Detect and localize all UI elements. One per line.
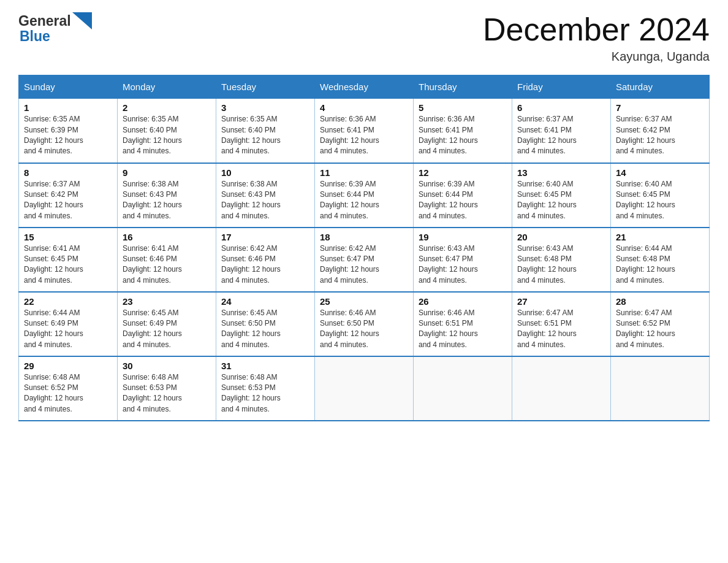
day-info: Sunrise: 6:36 AMSunset: 6:41 PMDaylight:…: [419, 114, 507, 157]
day-number: 7: [616, 102, 704, 113]
day-number: 14: [616, 167, 704, 178]
col-saturday: Saturday: [611, 75, 710, 99]
table-row: 10Sunrise: 6:38 AMSunset: 6:43 PMDayligh…: [216, 163, 315, 228]
day-number: 27: [517, 296, 605, 307]
day-number: 3: [221, 102, 309, 113]
table-row: 19Sunrise: 6:43 AMSunset: 6:47 PMDayligh…: [414, 228, 512, 292]
col-tuesday: Tuesday: [216, 75, 315, 99]
day-info: Sunrise: 6:44 AMSunset: 6:48 PMDaylight:…: [616, 243, 704, 286]
day-info: Sunrise: 6:48 AMSunset: 6:52 PMDaylight:…: [24, 372, 112, 415]
col-monday: Monday: [118, 75, 216, 99]
calendar-week-row: 1Sunrise: 6:35 AMSunset: 6:39 PMDaylight…: [19, 99, 710, 163]
table-row: 12Sunrise: 6:39 AMSunset: 6:44 PMDayligh…: [414, 163, 512, 228]
table-row: 14Sunrise: 6:40 AMSunset: 6:45 PMDayligh…: [611, 163, 710, 228]
day-number: 2: [123, 102, 211, 113]
day-info: Sunrise: 6:45 AMSunset: 6:50 PMDaylight:…: [221, 308, 309, 351]
table-row: 21Sunrise: 6:44 AMSunset: 6:48 PMDayligh…: [611, 228, 710, 292]
day-info: Sunrise: 6:42 AMSunset: 6:47 PMDaylight:…: [320, 243, 408, 286]
day-info: Sunrise: 6:37 AMSunset: 6:42 PMDaylight:…: [616, 114, 704, 157]
table-row: 13Sunrise: 6:40 AMSunset: 6:45 PMDayligh…: [512, 163, 611, 228]
table-row: 23Sunrise: 6:45 AMSunset: 6:49 PMDayligh…: [118, 292, 216, 356]
day-info: Sunrise: 6:44 AMSunset: 6:49 PMDaylight:…: [24, 308, 112, 351]
day-number: 12: [419, 167, 507, 178]
table-row: 2Sunrise: 6:35 AMSunset: 6:40 PMDaylight…: [118, 99, 216, 163]
day-number: 1: [24, 102, 112, 113]
day-number: 24: [221, 296, 309, 307]
title-area: December 2024 Kayunga, Uganda: [483, 12, 710, 64]
day-info: Sunrise: 6:47 AMSunset: 6:51 PMDaylight:…: [517, 308, 605, 351]
table-row: 30Sunrise: 6:48 AMSunset: 6:53 PMDayligh…: [118, 356, 216, 421]
day-info: Sunrise: 6:48 AMSunset: 6:53 PMDaylight:…: [123, 372, 211, 415]
table-row: 20Sunrise: 6:43 AMSunset: 6:48 PMDayligh…: [512, 228, 611, 292]
day-info: Sunrise: 6:38 AMSunset: 6:43 PMDaylight:…: [221, 179, 309, 222]
table-row: 3Sunrise: 6:35 AMSunset: 6:40 PMDaylight…: [216, 99, 315, 163]
day-info: Sunrise: 6:38 AMSunset: 6:43 PMDaylight:…: [123, 179, 211, 222]
day-number: 11: [320, 167, 408, 178]
day-number: 9: [123, 167, 211, 178]
logo-blue-text: Blue: [20, 28, 50, 44]
day-info: Sunrise: 6:35 AMSunset: 6:39 PMDaylight:…: [24, 114, 112, 157]
page-header: General Blue December 2024 Kayunga, Ugan…: [18, 12, 710, 64]
day-number: 5: [419, 102, 507, 113]
calendar-week-row: 15Sunrise: 6:41 AMSunset: 6:45 PMDayligh…: [19, 228, 710, 292]
table-row: [315, 356, 414, 421]
day-info: Sunrise: 6:43 AMSunset: 6:47 PMDaylight:…: [419, 243, 507, 286]
day-number: 29: [24, 361, 112, 371]
day-info: Sunrise: 6:47 AMSunset: 6:52 PMDaylight:…: [616, 308, 704, 351]
calendar-table: Sunday Monday Tuesday Wednesday Thursday…: [18, 75, 710, 421]
day-info: Sunrise: 6:42 AMSunset: 6:46 PMDaylight:…: [221, 243, 309, 286]
day-number: 8: [24, 167, 112, 178]
table-row: 4Sunrise: 6:36 AMSunset: 6:41 PMDaylight…: [315, 99, 414, 163]
day-number: 31: [221, 361, 309, 371]
day-info: Sunrise: 6:37 AMSunset: 6:41 PMDaylight:…: [517, 114, 605, 157]
table-row: 7Sunrise: 6:37 AMSunset: 6:42 PMDaylight…: [611, 99, 710, 163]
location-label: Kayunga, Uganda: [483, 50, 710, 64]
day-info: Sunrise: 6:39 AMSunset: 6:44 PMDaylight:…: [320, 179, 408, 222]
logo-general-text: General: [18, 13, 71, 29]
day-info: Sunrise: 6:41 AMSunset: 6:45 PMDaylight:…: [24, 243, 112, 286]
col-thursday: Thursday: [414, 75, 512, 99]
table-row: 9Sunrise: 6:38 AMSunset: 6:43 PMDaylight…: [118, 163, 216, 228]
day-number: 15: [24, 232, 112, 242]
day-info: Sunrise: 6:40 AMSunset: 6:45 PMDaylight:…: [616, 179, 704, 222]
day-info: Sunrise: 6:40 AMSunset: 6:45 PMDaylight:…: [517, 179, 605, 222]
day-info: Sunrise: 6:35 AMSunset: 6:40 PMDaylight:…: [123, 114, 211, 157]
calendar-week-row: 22Sunrise: 6:44 AMSunset: 6:49 PMDayligh…: [19, 292, 710, 356]
calendar-week-row: 8Sunrise: 6:37 AMSunset: 6:42 PMDaylight…: [19, 163, 710, 228]
calendar-week-row: 29Sunrise: 6:48 AMSunset: 6:52 PMDayligh…: [19, 356, 710, 421]
col-sunday: Sunday: [19, 75, 118, 99]
day-number: 28: [616, 296, 704, 307]
day-number: 26: [419, 296, 507, 307]
day-info: Sunrise: 6:39 AMSunset: 6:44 PMDaylight:…: [419, 179, 507, 222]
day-info: Sunrise: 6:45 AMSunset: 6:49 PMDaylight:…: [123, 308, 211, 351]
table-row: 22Sunrise: 6:44 AMSunset: 6:49 PMDayligh…: [19, 292, 118, 356]
table-row: [414, 356, 512, 421]
svg-marker-0: [72, 12, 92, 29]
logo-triangle-icon: [72, 12, 92, 29]
col-friday: Friday: [512, 75, 611, 99]
day-number: 6: [517, 102, 605, 113]
day-number: 18: [320, 232, 408, 242]
day-number: 17: [221, 232, 309, 242]
day-info: Sunrise: 6:41 AMSunset: 6:46 PMDaylight:…: [123, 243, 211, 286]
day-number: 22: [24, 296, 112, 307]
day-number: 13: [517, 167, 605, 178]
day-number: 20: [517, 232, 605, 242]
day-number: 21: [616, 232, 704, 242]
table-row: 18Sunrise: 6:42 AMSunset: 6:47 PMDayligh…: [315, 228, 414, 292]
table-row: [611, 356, 710, 421]
day-number: 25: [320, 296, 408, 307]
table-row: 29Sunrise: 6:48 AMSunset: 6:52 PMDayligh…: [19, 356, 118, 421]
day-info: Sunrise: 6:35 AMSunset: 6:40 PMDaylight:…: [221, 114, 309, 157]
day-number: 4: [320, 102, 408, 113]
table-row: 16Sunrise: 6:41 AMSunset: 6:46 PMDayligh…: [118, 228, 216, 292]
calendar-header-row: Sunday Monday Tuesday Wednesday Thursday…: [19, 75, 710, 99]
table-row: 25Sunrise: 6:46 AMSunset: 6:50 PMDayligh…: [315, 292, 414, 356]
day-number: 30: [123, 361, 211, 371]
table-row: 11Sunrise: 6:39 AMSunset: 6:44 PMDayligh…: [315, 163, 414, 228]
month-title: December 2024: [483, 12, 710, 47]
day-info: Sunrise: 6:37 AMSunset: 6:42 PMDaylight:…: [24, 179, 112, 222]
day-number: 23: [123, 296, 211, 307]
day-info: Sunrise: 6:36 AMSunset: 6:41 PMDaylight:…: [320, 114, 408, 157]
day-info: Sunrise: 6:48 AMSunset: 6:53 PMDaylight:…: [221, 372, 309, 415]
